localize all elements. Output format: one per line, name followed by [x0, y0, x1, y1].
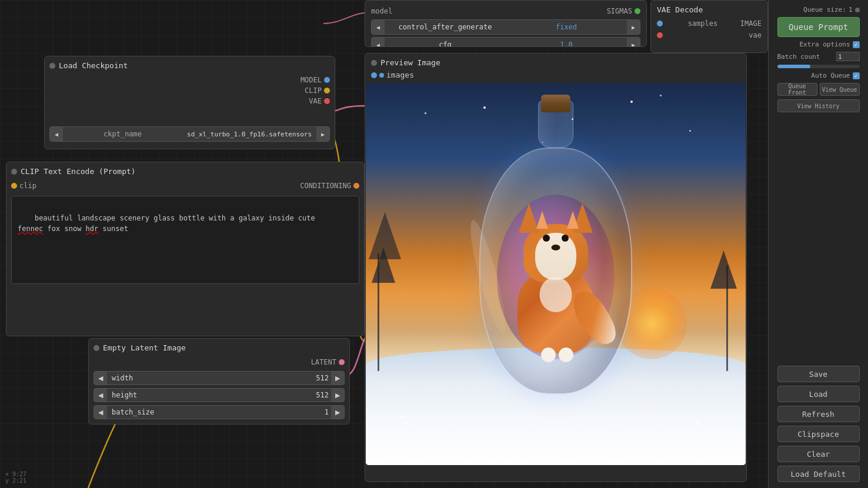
prompt-squiggly-fennec: fennec: [18, 225, 43, 233]
cfg-label: cfg: [385, 41, 506, 47]
load-button[interactable]: Load: [777, 386, 860, 402]
extra-options-label: Extra options: [799, 41, 850, 48]
view-history-button[interactable]: View History: [777, 99, 860, 112]
batch-prev-btn[interactable]: ◀: [94, 406, 107, 419]
control-next-btn[interactable]: ▶: [627, 20, 640, 34]
queue-front-button[interactable]: Queue Front: [777, 83, 817, 96]
width-next-btn[interactable]: ▶: [331, 372, 344, 385]
images-dot: [379, 73, 384, 78]
width-label: width: [107, 374, 138, 382]
width-prev-btn[interactable]: ◀: [94, 372, 107, 385]
control-prev-btn[interactable]: ◀: [372, 20, 385, 34]
clip-encode-title: CLIP Text Encode (Prompt): [21, 167, 136, 176]
vae-output-label: VAE: [309, 97, 322, 105]
right-panel: Queue size: 1 Queue Prompt Extra options…: [768, 0, 868, 488]
ckpt-name-label: ckpt_name: [63, 130, 182, 138]
progress-fill: [777, 65, 810, 68]
batch-next-btn[interactable]: ▶: [331, 406, 344, 419]
conditioning-output-label: CONDITIONING: [300, 182, 351, 190]
auto-queue-label: Auto Queue: [811, 72, 850, 79]
height-next-btn[interactable]: ▶: [331, 389, 344, 402]
sigmas-label: SIGMAS: [607, 7, 632, 15]
progress-bar: [777, 65, 860, 68]
clip-encode-status-dot: [11, 169, 17, 175]
queue-size-value: 1: [849, 6, 853, 14]
height-prev-btn[interactable]: ◀: [94, 389, 107, 402]
cfg-next-btn[interactable]: ▶: [627, 38, 640, 47]
preview-title: Preview Image: [380, 58, 440, 67]
latent-dot: [339, 359, 345, 365]
sigmas-dot: [635, 8, 640, 14]
clip-input-dot: [11, 183, 17, 189]
clip-output-label: CLIP: [305, 86, 322, 95]
load-checkpoint-node: Load Checkpoint MODEL CLIP VAE ◀ ckpt_na…: [44, 56, 335, 149]
preview-image-node: Preview Image images: [365, 53, 747, 482]
prompt-text-part2: fox snow: [43, 225, 85, 233]
load-checkpoint-status-dot: [49, 63, 55, 69]
control-after-generate-value: fixed: [506, 23, 627, 31]
preview-image-display: [366, 83, 746, 465]
cfg-value: 1.0: [506, 41, 627, 47]
control-after-generate-label: control_after_generate: [385, 23, 506, 31]
view-queue-button[interactable]: View Queue: [820, 83, 860, 96]
ksampler-node: model SIGMAS ◀ control_after_generate fi…: [365, 0, 647, 47]
prompt-squiggly-hdr: hdr: [86, 225, 99, 233]
samples-dot: [657, 21, 663, 26]
model-output-dot: [324, 77, 330, 83]
load-checkpoint-title: Load Checkpoint: [59, 61, 128, 70]
clipspace-button[interactable]: Clipspace: [777, 426, 860, 442]
queue-prompt-button[interactable]: Queue Prompt: [777, 17, 860, 37]
empty-latent-node: Empty Latent Image LATENT ◀ width 512 ▶ …: [88, 338, 350, 425]
coord-display: × 9:27 y 2:21: [3, 470, 29, 485]
vae-input-dot: [657, 32, 663, 38]
load-default-button[interactable]: Load Default: [777, 466, 860, 482]
prompt-text-part3: sunset: [98, 225, 128, 233]
queue-status-dot: [855, 8, 860, 12]
images-connector-dot: [371, 72, 377, 78]
vae-decode-node: VAE Decode samples IMAGE vae: [650, 0, 768, 53]
image-label: IMAGE: [740, 19, 762, 28]
batch-size-value: 1: [159, 408, 331, 416]
prompt-text-line1: beautiful landscape scenery glass bottle…: [35, 214, 315, 222]
empty-latent-title: Empty Latent Image: [103, 343, 186, 352]
model-output-label: MODEL: [301, 76, 322, 84]
clip-output-dot: [324, 88, 330, 93]
latent-output-label: LATENT: [311, 358, 336, 366]
height-label: height: [107, 391, 142, 399]
batch-count-label: Batch count: [777, 53, 820, 61]
save-button[interactable]: Save: [777, 366, 860, 382]
model-label: model: [371, 7, 392, 15]
vae-output-dot: [324, 98, 330, 104]
clear-button[interactable]: Clear: [777, 446, 860, 462]
refresh-button[interactable]: Refresh: [777, 406, 860, 422]
samples-label: samples: [688, 19, 718, 28]
images-label: images: [386, 71, 414, 79]
ckpt-name-value: sd_xl_turbo_1.0_fp16.safetensors: [182, 131, 316, 138]
vae-input-label: vae: [749, 31, 762, 39]
ckpt-prev-btn[interactable]: ◀: [50, 127, 63, 141]
auto-queue-checkbox[interactable]: ✓: [853, 72, 860, 79]
batch-size-label: batch_size: [107, 408, 159, 416]
ckpt-next-btn[interactable]: ▶: [316, 127, 329, 141]
conditioning-dot: [353, 183, 359, 189]
queue-size-label: Queue size:: [803, 6, 846, 14]
width-value: 512: [138, 374, 331, 382]
clip-input-label: clip: [19, 182, 36, 190]
clip-text-encode-node: CLIP Text Encode (Prompt) clip CONDITION…: [6, 162, 365, 336]
height-value: 512: [142, 391, 331, 399]
empty-latent-status-dot: [94, 345, 99, 351]
extra-options-checkbox[interactable]: ✓: [853, 41, 860, 48]
cfg-prev-btn[interactable]: ◀: [372, 38, 385, 47]
preview-status-dot: [371, 60, 377, 66]
batch-count-input[interactable]: [836, 52, 860, 61]
